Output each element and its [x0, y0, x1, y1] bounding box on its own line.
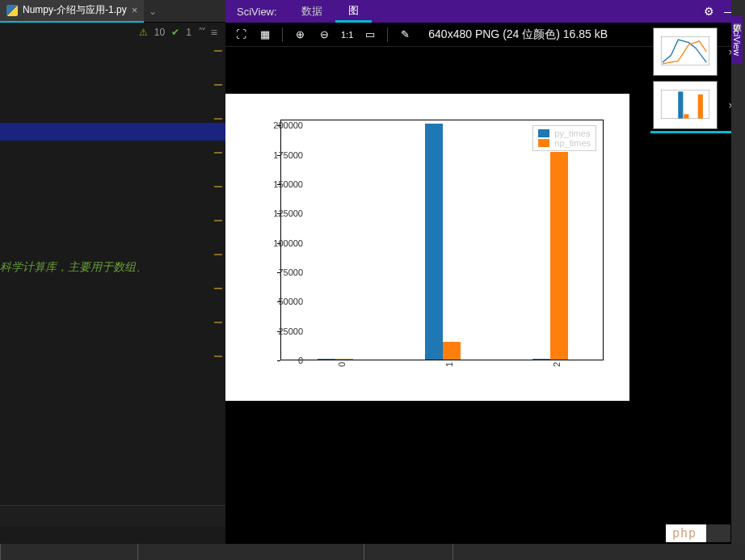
toolwindow-database[interactable]: 数据库 [731, 0, 743, 16]
python-icon [6, 5, 18, 16]
zoom-in-icon[interactable]: ⊕ [293, 27, 307, 42]
tab-data-label: 数据 [301, 4, 322, 19]
tab-plot-label: 图 [348, 3, 359, 18]
svg-rect-2 [678, 91, 683, 118]
editor-body[interactable]: 科学计算库，主要用于数组、 [0, 42, 225, 560]
chart-legend: py_times np_times [532, 125, 596, 151]
watermark-text: php [672, 526, 697, 541]
warning-count: 10 [154, 27, 165, 38]
check-icon: ✔ [171, 27, 179, 38]
color-picker-icon[interactable]: ✎ [398, 27, 412, 42]
legend-item-py: py_times [538, 128, 591, 138]
bar-np_times-0 [335, 359, 353, 360]
gear-icon[interactable]: ⚙ [704, 5, 714, 18]
legend-label-0: py_times [554, 128, 590, 138]
x-tick-label: 0 [337, 362, 347, 367]
inspection-status: ⚠ 10 ✔ 1 ˄˅ ≡ [0, 23, 225, 42]
updown-icon[interactable]: ˄˅ [198, 27, 204, 38]
bar-py_times-1 [425, 124, 443, 360]
legend-label-1: np_times [554, 138, 591, 148]
chevron-down-icon[interactable]: ⌄ [144, 6, 162, 17]
plot-frame: py_times np_times [280, 120, 604, 360]
bar-py_times-0 [318, 359, 335, 360]
tab-plot[interactable]: 图 [335, 0, 372, 23]
svg-rect-4 [698, 95, 703, 119]
x-tick-label: 1 [444, 362, 454, 367]
pass-count: 1 [186, 27, 192, 38]
file-tab-label: Numpy-介绍与应用-1.py [23, 3, 127, 17]
chart-canvas: py_times np_times 0250005000075000100000… [225, 94, 629, 401]
bar-np_times-2 [550, 152, 568, 360]
bar-py_times-2 [532, 359, 550, 360]
tab-data[interactable]: 数据 [288, 0, 335, 23]
toolwindow-sciview[interactable]: SciView [731, 16, 743, 64]
file-tab[interactable]: Numpy-介绍与应用-1.py × [0, 0, 144, 23]
editor-pane: Numpy-介绍与应用-1.py × ⌄ ⚠ 10 ✔ 1 ˄˅ ≡ 科学计算库… [0, 0, 225, 560]
grid-icon[interactable]: ▦ [258, 27, 272, 42]
sciview-pane: SciView: 数据 图 ⚙ — ⛶ ▦ ⊕ ⊖ 1:1 ▭ ✎ 640x48… [225, 0, 745, 560]
thumbnail-2[interactable]: × [653, 81, 718, 129]
watermark: php [666, 524, 730, 542]
ratio-button[interactable]: 1:1 [341, 27, 353, 42]
selected-line-highlight [0, 123, 225, 141]
editor-marks-gutter [214, 50, 224, 495]
thumbnail-1[interactable]: × [653, 27, 718, 76]
menu-icon[interactable]: ≡ [211, 26, 217, 39]
actual-size-icon[interactable]: ▭ [363, 27, 377, 42]
warning-icon: ⚠ [139, 27, 148, 38]
x-tick-label: 2 [552, 362, 562, 367]
editor-bottom-split[interactable] [0, 505, 225, 526]
close-icon[interactable]: × [132, 4, 138, 16]
svg-rect-3 [684, 114, 688, 118]
code-comment-text: 科学计算库，主要用于数组、 [0, 260, 147, 275]
image-info-text: 640x480 PNG (24 位颜色) 16.85 kB [428, 27, 608, 42]
zoom-out-icon[interactable]: ⊖ [317, 27, 331, 42]
editor-tab-bar: Numpy-介绍与应用-1.py × ⌄ [0, 0, 225, 23]
bar-np_times-1 [443, 342, 461, 360]
legend-item-np: np_times [538, 138, 591, 148]
line-chart-thumb-icon [657, 32, 713, 72]
status-bar [0, 544, 745, 560]
sciview-title: SciView: [225, 6, 288, 18]
right-toolwindow-strip: 数据库 SciView [731, 0, 745, 560]
fit-icon[interactable]: ⛶ [234, 27, 248, 42]
bar-chart-thumb-icon [657, 85, 713, 125]
thumbnail-panel: × × [649, 23, 722, 134]
sciview-header: SciView: 数据 图 ⚙ — [225, 0, 745, 23]
